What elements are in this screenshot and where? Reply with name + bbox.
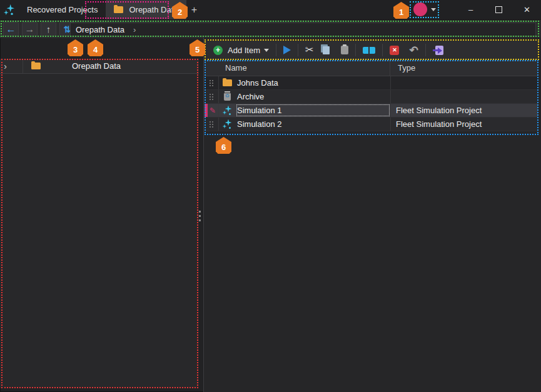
project-tree-panel: › Orepath Data	[0, 59, 199, 388]
edit-indicator-bar	[205, 104, 208, 117]
toolbar-separator	[276, 44, 276, 56]
pencil-icon: ✎	[210, 107, 216, 114]
annotation-badge-3: 3	[68, 39, 83, 56]
panel-splitter-handle[interactable]	[199, 211, 201, 213]
tab-orepath-data[interactable]: Orepath Data	[106, 0, 186, 19]
run-button[interactable]	[280, 42, 295, 58]
column-header-type[interactable]: Type	[390, 60, 538, 76]
item-toolbar: + Add Item ✂ ✕ ↶	[205, 40, 538, 60]
delete-icon: ✕	[390, 46, 399, 55]
tree-item-orepath-data[interactable]: › Orepath Data	[0, 59, 199, 74]
maximize-button[interactable]	[485, 0, 513, 19]
cell-name[interactable]: Simulation 2	[236, 118, 390, 131]
breadcrumb[interactable]: Orepath Data ›	[70, 23, 536, 36]
up-button[interactable]: ↑	[41, 22, 56, 36]
toolbar-separator	[298, 44, 298, 56]
expander-chevron-icon[interactable]: ›	[4, 61, 7, 71]
row-edit-marker: ✎	[205, 104, 219, 117]
table-row[interactable]: Simulation 2Fleet Simulation Project	[205, 118, 538, 131]
copy-icon	[323, 46, 330, 54]
avatar[interactable]	[413, 3, 427, 16]
toolbar-separator	[382, 44, 383, 56]
cell-name[interactable]: Archive	[236, 90, 390, 103]
window-controls: – ✕	[457, 0, 541, 19]
undo-button[interactable]: ↶	[405, 42, 422, 58]
new-tab-button[interactable]: +	[186, 0, 203, 19]
tab-label: Orepath Data	[129, 5, 178, 14]
back-arrow-icon: ←	[6, 24, 16, 34]
import-icon	[435, 46, 443, 55]
folder-icon	[31, 63, 41, 69]
sparkle-icon	[219, 118, 236, 131]
items-table: Name Type Johns DataArchive✎Simulation 1…	[205, 60, 538, 131]
cell-name[interactable]: Johns Data	[236, 76, 390, 89]
sparkle-icon	[219, 104, 236, 117]
folder-icon	[114, 6, 123, 13]
maximize-icon	[495, 6, 502, 13]
minimize-button[interactable]: –	[457, 0, 485, 19]
cell-type[interactable]: Fleet Simulation Project	[390, 104, 538, 117]
cell-name[interactable]: Simulation 1	[236, 104, 390, 117]
row-drag-handle[interactable]	[205, 118, 219, 131]
undo-icon: ↶	[409, 45, 418, 56]
chevron-down-icon	[264, 49, 269, 52]
cell-type[interactable]	[390, 90, 538, 103]
forward-arrow-icon: →	[25, 24, 35, 34]
tree-gutter: ›	[0, 59, 23, 73]
app-logo-sparkles-icon	[0, 0, 19, 19]
up-arrow-icon: ↑	[46, 24, 51, 34]
column-header-name[interactable]: Name	[205, 63, 390, 73]
table-row[interactable]: Archive	[205, 90, 538, 104]
chevron-down-icon	[431, 8, 436, 11]
add-icon: +	[213, 46, 223, 55]
cut-button[interactable]: ✂	[301, 42, 317, 58]
breadcrumb-chevron-icon[interactable]: ›	[133, 25, 136, 34]
tree-item-label: Orepath Data	[72, 61, 121, 71]
delete-button[interactable]: ✕	[386, 42, 403, 58]
paste-button[interactable]	[337, 42, 352, 58]
rename-icon	[363, 47, 375, 54]
row-drag-handle[interactable]	[205, 76, 219, 89]
table-header: Name Type	[205, 60, 538, 76]
drag-dots-icon	[210, 94, 213, 100]
account-menu-button[interactable]	[413, 3, 436, 16]
drag-dots-icon	[210, 80, 213, 86]
breadcrumb-path[interactable]: Orepath Data	[76, 25, 124, 34]
rename-button[interactable]	[359, 42, 379, 58]
row-drag-handle[interactable]	[205, 90, 219, 103]
add-item-button[interactable]: + Add Item	[210, 42, 273, 58]
cell-type[interactable]: Fleet Simulation Project	[390, 118, 538, 131]
toolbar-separator	[425, 44, 426, 56]
copy-button[interactable]	[317, 42, 333, 58]
import-button[interactable]	[432, 42, 447, 58]
folder-icon	[219, 76, 236, 89]
tab-recovered-projects[interactable]: Recovered Projects	[19, 0, 106, 19]
tab-label: Recovered Projects	[27, 5, 98, 14]
back-button[interactable]: ←	[3, 22, 19, 36]
titlebar: Recovered Projects Orepath Data + – ✕	[0, 0, 541, 19]
trash-icon	[219, 90, 236, 103]
play-icon	[283, 46, 291, 54]
annotation-badge-4: 4	[88, 39, 103, 56]
scissors-icon: ✂	[305, 45, 313, 55]
add-item-label: Add Item	[228, 46, 260, 55]
cell-type[interactable]	[390, 76, 538, 89]
paste-icon	[341, 46, 348, 54]
drag-dots-icon	[210, 121, 213, 128]
forward-button[interactable]: →	[22, 22, 38, 36]
table-row[interactable]: ✎Simulation 1Fleet Simulation Project	[205, 104, 538, 118]
table-row[interactable]: Johns Data	[205, 76, 538, 90]
close-button[interactable]: ✕	[513, 0, 541, 19]
table-body: Johns DataArchive✎Simulation 1Fleet Simu…	[205, 76, 538, 131]
toolbar-separator	[355, 44, 356, 56]
navigation-toolbar: ← → ↑ ⇅ Orepath Data ›	[0, 19, 541, 38]
